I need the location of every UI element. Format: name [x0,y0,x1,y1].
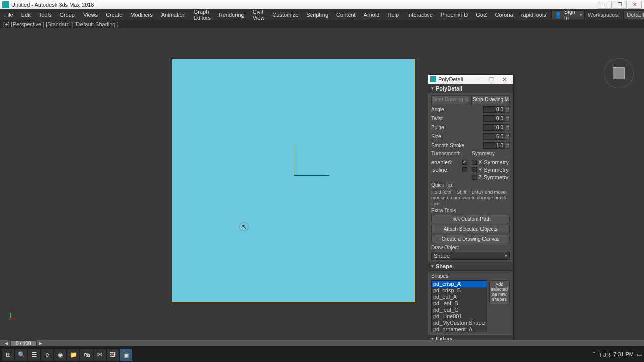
search-button[interactable]: 🔍 [15,349,27,361]
viewport[interactable] [172,59,415,302]
param-angle-input[interactable]: 0.0 [483,106,505,113]
viewcube[interactable] [604,58,634,88]
polydetail-panel: PolyDetail — ❐ ✕ PolyDetail Start Drawin… [428,74,513,344]
shape-item[interactable]: pd_MyCustomShape [432,320,487,326]
sym-x-checkbox[interactable] [472,160,477,165]
menu-graph-editors[interactable]: Graph Editors [190,9,215,20]
panel-minimize-button[interactable]: — [471,76,485,82]
viewport-label-bar[interactable]: [+] [Perspective ] [Standard ] [Default … [0,20,644,28]
tray-lang[interactable]: TUR [599,352,610,358]
param-bulge-spinner[interactable]: ▴▾ [506,124,510,131]
menu-goz[interactable]: GoZ [472,9,491,20]
sym-z-checkbox[interactable] [472,175,477,180]
ts-isoline-checkbox[interactable] [462,167,467,172]
shape-item[interactable]: pd_leaf_C [432,307,487,313]
window-minimize-button[interactable]: — [598,1,612,9]
shape-item[interactable]: pd_ornament_A [432,326,487,332]
menu-views[interactable]: Views [79,9,102,20]
menu-rendering[interactable]: Rendering [215,9,249,20]
quicktip-label: Quick Tip: [431,182,510,188]
time-prev-button[interactable]: ◀ [3,341,9,346]
shapes-listbox[interactable]: pd_crisp_Apd_crisp_Bpd_eaf_Apd_leaf_Bpd_… [431,280,487,332]
chrome-icon[interactable]: ◉ [54,349,66,361]
add-shapes-button[interactable]: Add selected as new shapes [489,280,510,304]
menu-interactive[interactable]: Interactive [403,9,437,20]
param-size-spinner[interactable]: ▴▾ [506,133,510,140]
tray-clock[interactable]: 7:31 PM [613,351,634,357]
tray-chevron-icon[interactable]: ˄ [593,351,596,358]
menu-civil-view[interactable]: Civil View [249,9,269,20]
draw-object-dropdown[interactable]: Shape [431,252,510,260]
shape-item[interactable]: pd_crisp_A [432,281,487,287]
menu-file[interactable]: File [0,9,17,20]
param-bulge-input[interactable]: 10.0 [483,124,505,131]
ts-enabled-checkbox[interactable] [462,160,467,165]
menu-animation[interactable]: Animation [157,9,190,20]
window-title: Untitled - Autodesk 3ds Max 2018 [11,2,598,8]
start-button[interactable]: ⊞ [2,349,14,361]
photos-icon[interactable]: 🖼 [107,349,119,361]
sym-z-label: Z Symmetry [478,174,508,180]
param-angle-spinner[interactable]: ▴▾ [506,106,510,113]
param-twist-spinner[interactable]: ▴▾ [506,115,510,122]
panel-titlebar[interactable]: PolyDetail — ❐ ✕ [428,75,513,84]
window-close-button[interactable]: ✕ [628,1,642,9]
sign-in-label: Sign In [564,9,575,21]
system-tray[interactable]: ˄ TUR 7:31 PM ▭ [593,351,642,358]
start-drawing-button[interactable]: Start Drawing Mode [431,95,469,104]
shape-item[interactable]: pd_crisp_B [432,287,487,294]
sym-y-label: Y Symmetry [478,167,509,173]
menu-tools[interactable]: Tools [35,9,56,20]
store-icon[interactable]: 🛍 [80,349,93,361]
panel-icon [430,76,436,82]
shape-item[interactable]: pd_Line001 [432,313,487,320]
shapes-label: Shapes: [431,273,510,279]
stop-drawing-button[interactable]: Stop Drawing Mode [471,95,510,104]
sym-y-checkbox[interactable] [472,167,477,172]
menu-phoenixfd[interactable]: PhoenixFD [437,9,472,20]
menu-modifiers[interactable]: Modifiers [126,9,157,20]
menu-content[interactable]: Content [332,9,360,20]
edge-icon[interactable]: e [41,349,53,361]
sign-in-dropdown[interactable]: 👤Sign In [551,10,585,19]
rollout-polydetail-header[interactable]: PolyDetail [428,84,513,93]
menu-arnold[interactable]: Arnold [360,9,384,20]
menu-edit[interactable]: Edit [17,9,35,20]
panel-title: PolyDetail [438,76,471,82]
window-titlebar: Untitled - Autodesk 3ds Max 2018 — ❐ ✕ [0,0,644,9]
tray-notifications-icon[interactable]: ▭ [637,351,642,358]
menu-help[interactable]: Help [383,9,403,20]
attach-selected-button[interactable]: Attach Selected Objects [431,225,510,233]
time-next-button[interactable]: ▶ [38,341,44,346]
time-slider[interactable]: ◀ 0 / 100 ▶ [0,340,644,347]
ts-enabled-label: enabled: [431,159,462,165]
quicktip-text: Hold (Ctrl + Shift + LMB) and move mouse… [431,189,510,206]
menu-corona[interactable]: Corona [491,9,517,20]
menu-scripting[interactable]: Scripting [302,9,332,20]
menu-customize[interactable]: Customize [268,9,302,20]
menu-create[interactable]: Create [102,9,126,20]
panel-close-button[interactable]: ✕ [498,76,511,83]
param-smooth-spinner[interactable]: ▴▾ [506,142,510,149]
menu-group[interactable]: Group [55,9,79,20]
ts-isoline-label: Isoline: [431,167,462,173]
panel-maximize-button[interactable]: ❐ [485,76,498,83]
workspace-label: Workspaces: [586,9,621,20]
rollout-shape-header[interactable]: Shape [428,262,513,271]
pick-custom-path-button[interactable]: Pick Custom Path [431,215,510,223]
time-slider-knob[interactable]: 0 / 100 [10,340,37,346]
taskview-button[interactable]: ☰ [28,349,40,361]
param-twist-input[interactable]: 0.0 [483,115,505,122]
workspace-dropdown[interactable]: Default [623,10,644,19]
3dsmax-taskbar-icon[interactable]: ▣ [120,349,132,361]
param-twist-label: Twist [431,116,483,121]
param-smooth-input[interactable]: 1.0 [483,142,505,149]
create-canvas-button[interactable]: Create a Drawing Canvas [431,235,510,243]
menu-rapidtools[interactable]: rapidTools [517,9,550,20]
param-size-input[interactable]: 5.0 [483,133,505,140]
explorer-icon[interactable]: 📁 [67,349,79,361]
mail-icon[interactable]: ✉ [94,349,106,361]
shape-item[interactable]: pd_leaf_B [432,300,487,307]
window-maximize-button[interactable]: ❐ [613,1,627,9]
shape-item[interactable]: pd_eaf_A [432,294,487,300]
